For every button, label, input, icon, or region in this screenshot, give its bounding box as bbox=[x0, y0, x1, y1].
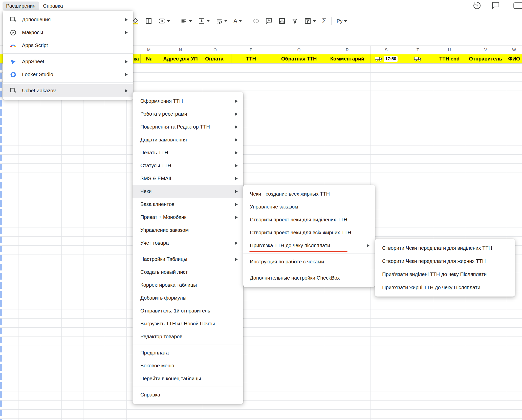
menu-item-dobavit-formuly[interactable]: Добавить формулы bbox=[133, 291, 243, 304]
menu-item-spravka[interactable]: Справка bbox=[133, 388, 243, 401]
version-history-button[interactable] bbox=[472, 1, 482, 11]
filter-views-button[interactable] bbox=[301, 15, 319, 27]
menu-item-dodaty-zamovlennya[interactable]: Додати замовлення bbox=[133, 133, 243, 146]
red-underline-annotation bbox=[249, 251, 347, 252]
menu-item-sms-email[interactable]: SMS & EMAIL bbox=[133, 172, 243, 185]
menu-item-label: Робота з реєстрами bbox=[140, 111, 187, 117]
header-cell-truck[interactable] bbox=[402, 54, 434, 63]
menu-item-nastroyki-tablitsy[interactable]: Настройки Таблицы bbox=[133, 253, 243, 266]
menu-item-privat-monobank[interactable]: Приват + Монобанк bbox=[133, 211, 243, 224]
menu-item-pereyti-v-konets-tablitsy[interactable]: Перейти в конец таблицы bbox=[133, 372, 243, 385]
header-cell-return-ttn[interactable]: Обратная ТТН bbox=[274, 54, 324, 63]
column-header-W[interactable]: W bbox=[506, 46, 522, 54]
functions-button[interactable]: Σ bbox=[319, 15, 329, 27]
menu-item-appsheet[interactable]: AppSheet bbox=[3, 55, 133, 68]
history-icon bbox=[473, 1, 481, 10]
header-cell-ttn-end[interactable]: ТТН end bbox=[434, 54, 465, 63]
submenu-arrow-icon bbox=[235, 177, 238, 180]
column-header-S[interactable]: S bbox=[371, 46, 402, 54]
header-cell-comment[interactable]: Комментарий bbox=[324, 54, 371, 63]
column-header-V[interactable]: V bbox=[465, 46, 506, 54]
truck-icon bbox=[414, 55, 422, 63]
menu-item-stvoryty-proekt-cheky-vydilenykh[interactable]: Створити проект чеки для виділених ТТН bbox=[243, 213, 375, 226]
insert-comment-icon bbox=[265, 17, 272, 25]
column-header-N[interactable]: N bbox=[159, 46, 202, 54]
menu-separator bbox=[3, 82, 133, 83]
menu-item-korrektirovka-tablitsy[interactable]: Корректировка таблицы bbox=[133, 279, 243, 291]
addons-icon bbox=[9, 87, 17, 95]
submenu-arrow-icon bbox=[235, 164, 238, 167]
menu-item-looker-studio[interactable]: Looker Studio bbox=[3, 68, 133, 81]
menu-item-oformlennya-ttn[interactable]: Оформлення ТТН bbox=[133, 95, 243, 108]
input-tools-button[interactable]: Ру bbox=[334, 15, 350, 27]
menu-item-label: Настройки Таблицы bbox=[140, 256, 187, 262]
menu-item-baza-klientov[interactable]: База клиентов bbox=[133, 198, 243, 211]
menu-separator bbox=[133, 387, 243, 387]
horizontal-align-button[interactable] bbox=[177, 15, 195, 27]
menu-extensions-button[interactable]: Расширения bbox=[3, 2, 39, 10]
menu-item-cheki-sozdanie-zhirnykh-ttn[interactable]: Чеки - создание всех жирных ТТН bbox=[243, 187, 375, 200]
menu-item-privyazka-ttn-do-cheku[interactable]: Прив'язка ТТН до чеку післяплати bbox=[243, 239, 375, 252]
menu-item-privyazaty-zhyrni-ttn[interactable]: Прив'язати жирні ТТН до чеку Післяплати bbox=[375, 281, 515, 294]
menu-item-povernennya-redaktor-ttn[interactable]: Повернення та Редактор ТТН bbox=[133, 120, 243, 133]
menu-item-bokovoe-menu[interactable]: Боковое меню bbox=[133, 359, 243, 372]
text-rotation-button[interactable]: A bbox=[230, 15, 245, 27]
insert-link-button[interactable] bbox=[249, 15, 262, 27]
header-cell-ttn[interactable]: ТТН bbox=[228, 54, 274, 63]
column-header-M[interactable]: M bbox=[139, 46, 159, 54]
menu-item-dopolnitelnye-nastroyki-checkbox[interactable]: Дополнительные настройки CheckBox bbox=[243, 271, 375, 284]
column-header-P[interactable]: P bbox=[228, 46, 274, 54]
merge-cells-button[interactable] bbox=[155, 15, 173, 27]
addons-icon bbox=[9, 16, 17, 24]
column-header-Q[interactable]: Q bbox=[274, 46, 324, 54]
header-cell-payment[interactable]: Оплата bbox=[202, 54, 231, 63]
borders-button[interactable] bbox=[142, 15, 155, 27]
menu-item-stvoryty-cheky-peredplaty-vydilenykh[interactable]: Створити Чеки передплати для виділених Т… bbox=[375, 241, 515, 255]
text-wrap-button[interactable] bbox=[213, 15, 230, 27]
header-cell-number[interactable]: № bbox=[139, 54, 159, 63]
vertical-align-button[interactable] bbox=[195, 15, 213, 27]
header-cell-delivery-time[interactable]: 17:50 bbox=[371, 54, 402, 63]
header-cell-sender[interactable]: Отправитель bbox=[465, 54, 506, 63]
menu-item-redaktor-tovarov[interactable]: Редактор товаров bbox=[133, 330, 243, 343]
column-header-R[interactable]: R bbox=[324, 46, 371, 54]
menu-item-add-ons[interactable]: Дополнения bbox=[3, 13, 133, 26]
menu-item-vygruzit-ttn[interactable]: Выгрузить ТТН из Новой Почты bbox=[133, 317, 243, 330]
menu-item-privyazaty-vydileni-ttn[interactable]: Прив'язати виділені ТТН до чеку Післяпла… bbox=[375, 268, 515, 281]
menu-item-label: Добавить формулы bbox=[140, 295, 186, 301]
menu-item-uchet-zakazov[interactable]: Uchet Zakazov bbox=[3, 84, 133, 97]
menu-item-statusy-ttn[interactable]: Статусы ТТН bbox=[133, 159, 243, 172]
menu-item-label: Чеки - создание всех жирных ТТН bbox=[250, 191, 330, 197]
menu-item-upravlenie-zakazom-2[interactable]: Управление заказом bbox=[243, 200, 375, 213]
create-filter-button[interactable] bbox=[289, 15, 301, 27]
submenu-arrow-icon bbox=[235, 100, 238, 103]
menu-item-predoplata[interactable]: Предоплата bbox=[133, 346, 243, 359]
column-header-T[interactable]: T bbox=[402, 46, 434, 54]
menu-item-cheki[interactable]: Чеки bbox=[133, 185, 243, 198]
menu-item-uchet-tovara[interactable]: Учет товара bbox=[133, 237, 243, 249]
column-header-U[interactable]: U bbox=[434, 46, 465, 54]
insert-chart-button[interactable] bbox=[275, 15, 289, 27]
toolbar-separator bbox=[247, 17, 247, 25]
menu-item-otpravitel[interactable]: Отправитель: 1й отправитель bbox=[133, 304, 243, 317]
header-cell-fio[interactable]: ФИО bbox=[506, 54, 522, 63]
menu-item-robota-z-reestrami[interactable]: Робота з реєстрами bbox=[133, 108, 243, 120]
macros-icon bbox=[9, 29, 17, 36]
menu-item-macros[interactable]: Макросы bbox=[3, 26, 133, 39]
header-cell-address[interactable]: Адрес для УП bbox=[159, 54, 202, 63]
menu-item-upravlenie-zakazom[interactable]: Управление заказом bbox=[133, 224, 243, 237]
menu-item-stvoryty-cheky-peredplaty-zhyrnykh[interactable]: Створити Чеки передплати для жирних ТТН bbox=[375, 255, 515, 268]
apps-script-icon bbox=[9, 42, 17, 49]
menu-item-sozdat-novyy-list[interactable]: Создать новый лист bbox=[133, 266, 243, 279]
menu-item-instruktsiya-po-rabote-s-chekami[interactable]: Инструкция по работе с чеками bbox=[243, 255, 375, 268]
dropdown-caret-icon bbox=[207, 20, 210, 22]
insert-comment-button[interactable] bbox=[262, 15, 275, 27]
menu-item-pechat-ttn[interactable]: Печать ТТН bbox=[133, 146, 243, 159]
menu-help-button[interactable]: Справка bbox=[39, 2, 66, 10]
comments-button[interactable] bbox=[491, 1, 501, 11]
menu-item-apps-script[interactable]: Apps Script bbox=[3, 39, 133, 52]
menu-item-stvoryty-proekt-cheky-zhyrnykh[interactable]: Створити проект чеки для всіх жирних ТТН bbox=[243, 226, 375, 239]
column-header-O[interactable]: O bbox=[202, 46, 228, 54]
menu-item-label: Оформлення ТТН bbox=[140, 98, 183, 104]
meet-button[interactable] bbox=[513, 1, 522, 11]
